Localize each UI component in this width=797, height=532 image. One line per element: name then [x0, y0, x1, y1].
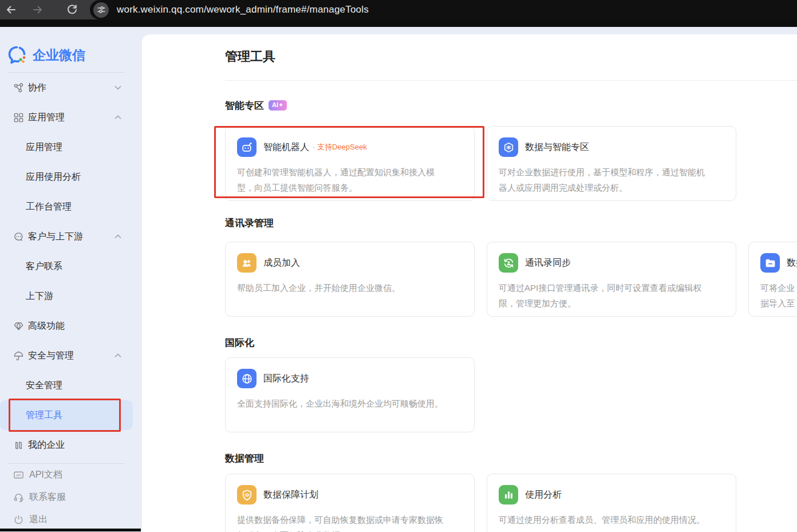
- footer-item-label: 退出: [29, 514, 48, 526]
- bar-chart-icon: [499, 485, 518, 505]
- grid-icon: [13, 112, 24, 123]
- card-title: 成员加入: [263, 257, 300, 269]
- card-description: 提供数据备份保障，可自助恢复数据或申请专家数据恢复服务，全面保障企业数据: [237, 512, 446, 532]
- svg-text:API: API: [15, 474, 21, 477]
- card-smart-robot[interactable]: 智能机器人 · 支持DeepSeek 可创建和管理智能机器人，通过配置知识集和接…: [225, 126, 475, 201]
- sidebar-item-collaboration[interactable]: 协作: [0, 73, 133, 103]
- company-icon: [13, 439, 24, 451]
- sidebar-item-label: 客户与上下游: [28, 231, 83, 243]
- sync-icon: [499, 253, 518, 273]
- section-header-i18n: 国际化: [225, 336, 797, 349]
- sidebar-item-contact-support[interactable]: 联系客服: [0, 486, 133, 509]
- shield-icon: [237, 485, 257, 505]
- sidebar-item-manage-tools[interactable]: 管理工具: [0, 400, 133, 430]
- sidebar-item-security-management[interactable]: 安全与管理: [0, 341, 133, 371]
- sidebar-item-label: 安全与管理: [28, 350, 74, 362]
- umbrella-icon: [13, 350, 24, 361]
- hexagon-spark-icon: [499, 137, 518, 157]
- forward-button[interactable]: [31, 3, 44, 16]
- sidebar-item-label: 上下游: [26, 290, 53, 302]
- main-panel: 管理工具 智能专区 AI✦ 智能机器人 · 支持DeepSeek 可创建和管理智…: [142, 34, 797, 532]
- sidebar-item-label: 应用管理: [26, 141, 62, 153]
- card-i18n-support[interactable]: 国际化支持 全面支持国际化，企业出海和境外企业均可顺畅使用。: [225, 357, 475, 432]
- sidebar-item-label: 安全管理: [26, 380, 62, 392]
- sidebar-item-label: 高级功能: [28, 320, 65, 332]
- section-title: 国际化: [225, 336, 254, 349]
- reload-icon: [66, 4, 78, 15]
- sidebar-item-label: 协作: [28, 82, 46, 94]
- page-title: 管理工具: [225, 49, 797, 64]
- card-data-migration[interactable]: 数据 可将企业 据导入至: [748, 242, 797, 317]
- sidebar-item-app-management-sub[interactable]: 应用管理: [0, 132, 133, 162]
- card-member-join[interactable]: 成员加入 帮助员工加入企业，并开始使用企业微信。: [225, 242, 475, 317]
- title-divider: [225, 80, 797, 81]
- gem-icon: [13, 320, 24, 332]
- members-icon: [237, 253, 257, 273]
- api-doc-icon: API: [13, 470, 24, 481]
- chevron-up-icon: [115, 353, 121, 358]
- card-title: 数据: [787, 257, 797, 269]
- sidebar-item-api-docs[interactable]: API API文档: [0, 464, 133, 486]
- card-description: 可通过API接口管理通讯录，同时可设置查看或编辑权限，管理更加方便。: [499, 280, 708, 311]
- share-nodes-icon: [13, 82, 24, 93]
- logo-text: 企业微信: [33, 46, 85, 64]
- browser-chrome: work.weixin.qq.com/wework_admin/frame#/m…: [0, 0, 797, 27]
- sidebar-item-label: 客户联系: [26, 261, 62, 273]
- robot-icon: [237, 137, 257, 157]
- card-description: 可创建和管理智能机器人，通过配置知识集和接入模型，向员工提供智能问答服务。: [237, 164, 446, 195]
- sidebar-item-label: 工作台管理: [26, 201, 72, 213]
- sidebar: 企业微信 协作 应用管理 应用管理 应用使用分析 工作台管理: [0, 27, 133, 532]
- browser-toolbar: work.weixin.qq.com/wework_admin/frame#/m…: [0, 0, 797, 19]
- sidebar-item-customers[interactable]: 客户与上下游: [0, 222, 133, 251]
- sidebar-item-logout[interactable]: 退出: [0, 509, 133, 531]
- ai-plus-badge: AI✦: [269, 100, 287, 111]
- footer-item-label: 联系客服: [29, 491, 66, 503]
- chat-bubble-icon: [13, 231, 24, 242]
- card-usage-analysis[interactable]: 使用分析 可通过使用分析查看成员、管理员和应用的使用情况。: [487, 474, 736, 532]
- sidebar-item-workbench-management[interactable]: 工作台管理: [0, 192, 133, 222]
- page-background: 企业微信 协作 应用管理 应用管理 应用使用分析 工作台管理: [0, 27, 797, 532]
- section-title: 数据管理: [225, 452, 264, 465]
- globe-icon: [237, 369, 257, 388]
- sidebar-item-label: 应用使用分析: [26, 171, 81, 183]
- card-title: 使用分析: [525, 489, 562, 501]
- card-description: 可对企业数据进行使用，基于模型和程序，通过智能机器人或应用调用完成处理或分析。: [499, 164, 708, 195]
- card-data-protection[interactable]: 数据保障计划 提供数据备份保障，可自助恢复数据或申请专家数据恢复服务，全面保障企…: [225, 474, 475, 532]
- section-header-contacts: 通讯录管理: [225, 216, 797, 230]
- card-data-intelligence[interactable]: 数据与智能专区 可对企业数据进行使用，基于模型和程序，通过智能机器人或应用调用完…: [487, 126, 736, 201]
- wework-logo-icon: [8, 46, 29, 64]
- card-title: 智能机器人: [263, 141, 309, 153]
- deepseek-tag: · 支持DeepSeek: [313, 142, 367, 152]
- bottom-strip: [0, 529, 141, 531]
- sidebar-item-my-company[interactable]: 我的企业: [0, 430, 133, 460]
- sidebar-item-label: 管理工具: [26, 409, 62, 421]
- chevron-up-icon: [115, 115, 121, 120]
- wework-logo[interactable]: 企业微信: [8, 45, 133, 65]
- headset-icon: [13, 492, 24, 503]
- site-info-button[interactable]: [93, 2, 109, 18]
- site-settings-icon: [97, 5, 106, 14]
- sidebar-item-security-admin[interactable]: 安全管理: [0, 371, 133, 400]
- sidebar-item-label: 我的企业: [28, 439, 65, 451]
- chevron-down-icon: [115, 85, 121, 90]
- sidebar-item-app-management[interactable]: 应用管理: [0, 103, 133, 132]
- card-description: 可通过使用分析查看成员、管理员和应用的使用情况。: [499, 512, 708, 527]
- card-description: 帮助员工加入企业，并开始使用企业微信。: [237, 280, 446, 295]
- sidebar-item-customer-contact[interactable]: 客户联系: [0, 251, 133, 281]
- url-text[interactable]: work.weixin.qq.com/wework_admin/frame#/m…: [117, 4, 369, 15]
- card-contacts-sync[interactable]: 通讯录同步 可通过API接口管理通讯录，同时可设置查看或编辑权限，管理更加方便。: [487, 242, 736, 317]
- card-title: 通讯录同步: [525, 257, 571, 269]
- sidebar-nav: 协作 应用管理 应用管理 应用使用分析 工作台管理 客户与上下游: [0, 73, 133, 460]
- reload-button[interactable]: [66, 3, 78, 16]
- power-icon: [13, 514, 24, 526]
- card-description-line1: 可将企业: [760, 280, 797, 295]
- card-description-line2: 据导入至: [760, 295, 797, 311]
- sidebar-item-app-usage-analysis[interactable]: 应用使用分析: [0, 162, 133, 192]
- back-button[interactable]: [5, 3, 17, 16]
- section-title: 通讯录管理: [225, 216, 274, 230]
- sidebar-item-advanced-features[interactable]: 高级功能: [0, 311, 133, 341]
- chevron-up-icon: [115, 234, 121, 239]
- address-bar[interactable]: work.weixin.qq.com/wework_admin/frame#/m…: [90, 0, 797, 19]
- section-title: 智能专区: [225, 99, 264, 112]
- sidebar-item-upstream-downstream[interactable]: 上下游: [0, 281, 133, 311]
